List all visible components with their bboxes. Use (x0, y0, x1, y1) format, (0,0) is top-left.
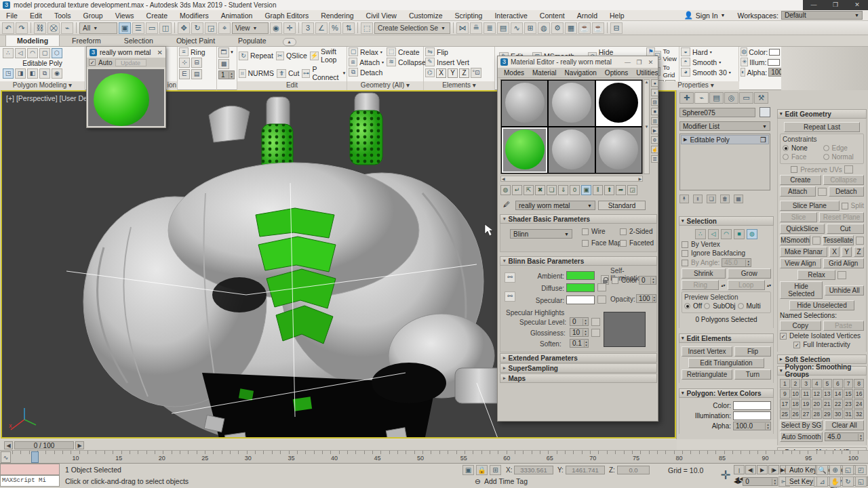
retriangulate-button[interactable]: Retriangulate (682, 369, 732, 380)
glossiness-spinner[interactable]: 10▴▾ (570, 328, 589, 337)
smoothing-group-button[interactable]: 6 (833, 379, 843, 388)
smoothing-group-button[interactable]: 17 (780, 399, 790, 409)
detach-button[interactable]: ⧉Detach (347, 67, 423, 77)
pan-view-icon[interactable]: ✋ (829, 476, 841, 487)
edit-triangulation-button[interactable]: Edit Triangulation (688, 358, 764, 368)
display-tab-icon[interactable]: ▭ (739, 92, 753, 104)
loop-button[interactable]: Loop (728, 280, 765, 290)
workspaces-dropdown[interactable]: Default ▼ (781, 11, 863, 20)
layer-manager-icon[interactable]: ≣ (484, 22, 496, 34)
track-bar[interactable]: ∿ 51015202530354045505560657075808590951… (0, 450, 868, 464)
nurms-button[interactable]: ⌗NURMS (237, 64, 275, 82)
paste-button[interactable]: Paste (823, 321, 865, 331)
time-slider[interactable]: 0 / 100 (14, 441, 74, 449)
constraint-face-radio[interactable]: Face (783, 153, 821, 161)
grid-align-button[interactable]: Grid Align (823, 258, 865, 268)
render-production-icon[interactable]: ☕ (578, 22, 591, 34)
material-editor-window[interactable]: 3 Material Editor - really worn metal — … (497, 56, 658, 422)
select-move-icon[interactable]: ✥ (178, 22, 190, 34)
soft-selection-rollout-header[interactable]: ▸Soft Selection (777, 354, 867, 364)
curve-editor-icon[interactable]: ∿ (511, 22, 523, 34)
edge-mode-icon[interactable]: ◁ (15, 48, 26, 58)
split-checkbox[interactable]: Split (842, 202, 864, 209)
material-slot[interactable] (596, 81, 642, 126)
reference-coordinate-dropdown[interactable]: View▼ (232, 22, 269, 34)
zoom-all-icon[interactable]: ⊕ (829, 465, 841, 475)
menu-item[interactable]: Modifiers (174, 12, 215, 20)
select-rotate-icon[interactable]: ↻ (191, 22, 203, 34)
menu-item[interactable]: Views (109, 12, 140, 20)
smoothing-group-button[interactable]: 15 (844, 389, 854, 399)
element-icon[interactable]: ◍ (747, 229, 757, 239)
object-name-field[interactable]: Sphere075 (679, 108, 755, 117)
zoom-extents-icon[interactable]: ◱ (842, 465, 854, 475)
ignore-backfacing-checkbox[interactable]: Ignore Backfacing (682, 249, 745, 257)
select-by-name-icon[interactable]: ☰ (132, 22, 144, 34)
loop-shift-spinner[interactable]: 1▴▾ (218, 70, 235, 79)
z-axis-button[interactable]: Z (459, 68, 469, 78)
me-maximize-icon[interactable]: ❐ (635, 59, 644, 66)
tab-freeform[interactable]: Freeform (61, 35, 112, 46)
diffuse-map-button[interactable] (597, 283, 606, 291)
flip-button[interactable]: ⇋Flip (424, 47, 494, 57)
by-angle-spinner[interactable]: 45.0▴▾ (722, 258, 751, 267)
me-menu-item[interactable]: Navigation (561, 69, 600, 77)
constraint-none-radio[interactable]: None (783, 144, 821, 152)
menu-item[interactable]: Interactive (488, 12, 533, 20)
maxscript-mini-listener[interactable]: MAXScript Mi (0, 475, 60, 487)
preserve-uvs-settings-button[interactable] (844, 165, 853, 174)
ribbon-minimize-icon[interactable]: ▴ (283, 38, 296, 46)
material-name-dropdown[interactable]: really worn metal▼ (515, 201, 595, 210)
smoothing-group-button[interactable]: 16 (854, 389, 864, 399)
mini-curve-editor-icon[interactable]: ∿ (1, 451, 11, 463)
planar-x-button[interactable]: X (829, 247, 840, 257)
maxscript-mini-listener-pink[interactable] (0, 464, 60, 475)
slice-button[interactable]: Slice (780, 212, 817, 222)
vertex-icon[interactable]: ∴ (695, 229, 706, 239)
previous-modifier-icon[interactable]: ◉ (52, 68, 62, 79)
spinner-snap-icon[interactable]: ⇅ (342, 22, 355, 34)
absolute-mode-icon[interactable]: ⊞ (490, 465, 501, 475)
polygon-modeling-panel-label[interactable]: Polygon Modeling ▾ (0, 81, 85, 90)
material-id-channel-icon[interactable]: 0 (570, 185, 580, 195)
quickslice-button[interactable]: QuickSlice (780, 224, 825, 234)
supersampling-header[interactable]: ▸SuperSampling (500, 363, 657, 373)
set-key-button[interactable]: Set Key (785, 476, 817, 486)
set-flow-icon[interactable]: 🗔 (218, 47, 229, 58)
modifier-stack[interactable]: ▶Editable Poly ❒ (679, 134, 770, 190)
smoothing-group-button[interactable]: 29 (823, 409, 833, 419)
detach-button[interactable]: Detach (829, 186, 865, 197)
maximize-viewport-icon[interactable]: ◱ (855, 476, 867, 487)
ambient-diffuse-lock-icon[interactable]: ⚯ (505, 272, 515, 283)
reset-plane-icon[interactable]: °⊡ (471, 68, 481, 78)
pin-stack-icon[interactable]: ❒ (760, 136, 766, 144)
smoothing-group-button[interactable]: 20 (812, 399, 822, 409)
slice-plane-button[interactable]: Slice Plane (780, 201, 840, 211)
auto-checkbox[interactable]: ✓Auto (89, 59, 113, 66)
y-coordinate-field[interactable]: 1461.741 (566, 466, 605, 474)
auto-smooth-spinner[interactable]: 45.0▴▾ (825, 432, 864, 441)
geometry-panel-label[interactable]: Geometry (All) ▾ (347, 81, 423, 90)
attach-button[interactable]: Attach (780, 186, 816, 197)
pivot-icon[interactable]: ◨ (15, 68, 26, 79)
vertex-colors-rollout-header[interactable]: ▾Polygon: Vertex Colors (679, 388, 774, 398)
selection-lock-icon[interactable]: 🔒 (476, 465, 488, 475)
sign-in-button[interactable]: 👤 Sign In ▼ (684, 11, 726, 20)
hard-button[interactable]: ◒Hard▾ (679, 47, 738, 57)
illum-swatch[interactable] (768, 59, 780, 66)
preview-titlebar[interactable]: 3 really worn metal ✕ (87, 47, 165, 58)
ambient-swatch[interactable] (566, 271, 595, 280)
get-material-icon[interactable]: ◍ (500, 185, 511, 195)
field-of-view-icon[interactable]: ⊿ (816, 476, 828, 487)
make-unique-icon[interactable]: ❏ (547, 185, 557, 195)
selection-filter-dropdown[interactable]: All▼ (79, 22, 117, 34)
planar-y-button[interactable]: Y (842, 247, 852, 257)
loop-mode-icon[interactable]: ⋿ (179, 69, 190, 79)
x-coordinate-field[interactable]: 3330.561 (514, 466, 553, 474)
smooth-30-button[interactable]: ◕Smooth 30▾ (679, 67, 738, 77)
edit-panel-label[interactable]: Edit (237, 81, 347, 90)
smooth-button[interactable]: ◓Smooth▾ (679, 57, 738, 67)
smoothing-group-button[interactable]: 11 (801, 389, 811, 399)
pick-material-eyedropper-icon[interactable]: 🖉 (500, 201, 513, 210)
menu-item[interactable]: Help (604, 12, 631, 20)
